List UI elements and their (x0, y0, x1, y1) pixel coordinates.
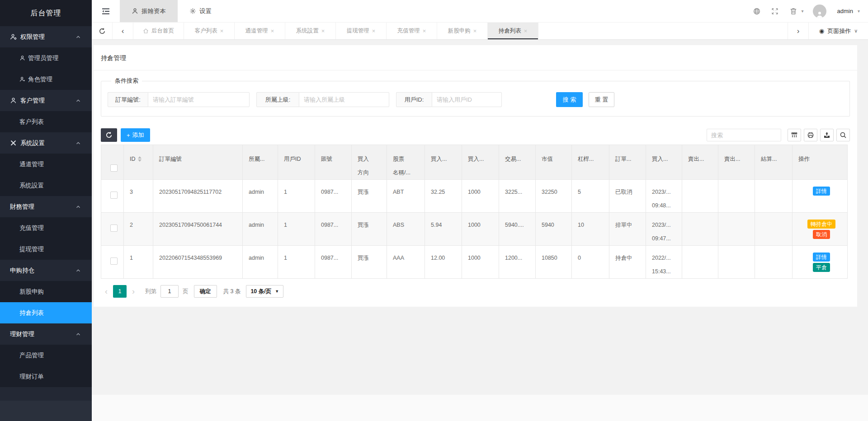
column-header-6: 股票 名稱/... (387, 145, 425, 180)
sidebar-item-label: 理财订单 (19, 373, 44, 381)
topnav-item-0[interactable]: 振翰资本 (120, 0, 178, 22)
sidebar-item-1-0[interactable]: 客户列表 (0, 111, 92, 132)
cell-13: 2023/... 09:48... (646, 180, 682, 213)
cell-11: 10 (572, 213, 609, 246)
sidebar-item-4-0[interactable]: 新股申购 (0, 281, 92, 302)
action-轉持倉中[interactable]: 轉持倉中 (807, 220, 835, 229)
tab-3[interactable]: 系统設置× (285, 23, 336, 39)
export-button[interactable] (820, 129, 834, 141)
refresh-tab-button[interactable] (92, 23, 113, 39)
row-checkbox[interactable] (110, 192, 118, 199)
close-tab-icon[interactable]: × (423, 28, 426, 34)
sidebar-group-3[interactable]: 財務管理 (0, 196, 92, 217)
current-page-button[interactable]: 1 (113, 285, 127, 298)
avatar[interactable] (813, 5, 826, 18)
tab-1[interactable]: 客户列表× (184, 23, 235, 39)
tab-0[interactable]: 后台首页 (133, 23, 184, 39)
columns-toggle-button[interactable] (788, 129, 801, 141)
cell-11: 5 (572, 180, 609, 213)
sidebar-item-5-0[interactable]: 产品管理 (0, 345, 92, 366)
select-all-checkbox[interactable] (110, 164, 118, 172)
column-header-8: 買入... (462, 145, 499, 180)
close-tab-icon[interactable]: × (220, 28, 224, 34)
confirm-page-button[interactable]: 确定 (194, 285, 217, 298)
scroll-tabs-left-button[interactable]: ‹ (113, 23, 133, 39)
sidebar-group-2[interactable]: 系统設置 (0, 132, 92, 154)
cell-12: 排單中 (609, 213, 646, 246)
tab-6[interactable]: 新股申购× (437, 23, 488, 39)
search-panel: 条件搜索 訂單編號:所屬上級:用戶ID: 搜 索 重 置 (101, 77, 850, 117)
sidebar-collapse-button[interactable] (92, 0, 120, 22)
search-button[interactable]: 搜 索 (556, 92, 583, 107)
goto-page-input[interactable] (160, 285, 179, 298)
tab-5[interactable]: 充值管理× (387, 23, 437, 39)
reset-button[interactable]: 重 置 (589, 92, 614, 107)
close-tab-icon[interactable]: × (372, 28, 376, 34)
cell-4: 0987... (315, 180, 352, 213)
sort-icon[interactable] (138, 156, 142, 162)
sidebar-group-4[interactable]: 申购持仓 (0, 260, 92, 281)
fullscreen-icon[interactable] (771, 8, 778, 15)
sidebar-item-3-1[interactable]: 提现管理 (0, 239, 92, 260)
sidebar-item-2-0[interactable]: 通道管理 (0, 154, 92, 175)
close-tab-icon[interactable]: × (271, 28, 274, 34)
search-field-input-1[interactable] (299, 92, 389, 107)
sidebar-submenu-3: 充值管理提现管理 (0, 217, 92, 260)
refresh-icon (99, 28, 106, 35)
search-field-2: 用戶ID: (396, 92, 502, 107)
sidebar-group-5[interactable]: 理财管理 (0, 323, 92, 345)
caret-down-icon: ▼ (275, 289, 279, 294)
sidebar-item-5-1[interactable]: 理财订单 (0, 366, 92, 387)
scroll-tabs-right-button[interactable]: › (788, 23, 808, 39)
sidebar-item-4-1[interactable]: 持倉列表 (0, 302, 92, 323)
close-tab-icon[interactable]: × (473, 28, 477, 34)
cell-13: 2022/... 15:43... (646, 246, 682, 279)
page-operations-dropdown[interactable]: ◉ 页面操作 ∨ (808, 23, 868, 39)
topnav-item-label: 设置 (199, 7, 212, 15)
refresh-table-button[interactable] (101, 128, 117, 142)
column-header-label: ID (130, 152, 136, 166)
username[interactable]: admin (837, 8, 853, 14)
cell-3: 1 (278, 246, 315, 279)
next-page-button[interactable]: › (128, 285, 139, 298)
prev-page-button[interactable]: ‹ (101, 285, 112, 298)
tab-7[interactable]: 持倉列表× (488, 23, 538, 39)
action-詳情[interactable]: 詳情 (813, 187, 830, 196)
sidebar-group-1[interactable]: 客户管理 (0, 90, 92, 111)
sidebar-group-0[interactable]: 权限管理 (0, 26, 92, 47)
tab-4[interactable]: 提现管理× (336, 23, 387, 39)
plus-icon: + (127, 132, 130, 139)
table-search-input[interactable] (707, 129, 781, 141)
preview-search-button[interactable] (836, 129, 850, 141)
print-button[interactable] (804, 129, 817, 141)
action-平倉[interactable]: 平倉 (813, 263, 830, 272)
action-取消[interactable]: 取消 (813, 230, 830, 239)
sortable-header: ID (130, 152, 150, 166)
user-menu-caret-icon[interactable]: ▾ (858, 9, 860, 14)
search-field-label: 訂單編號: (108, 92, 148, 107)
sidebar-item-3-0[interactable]: 充值管理 (0, 217, 92, 239)
sidebar-item-0-0[interactable]: 管理员管理 (0, 47, 92, 69)
cell-8: 1000 (462, 246, 499, 279)
cell-14 (682, 213, 718, 246)
search-field-input-0[interactable] (148, 92, 250, 107)
action-詳情[interactable]: 詳情 (813, 253, 830, 262)
topnav-item-1[interactable]: 设置 (178, 0, 223, 22)
sidebar-item-2-1[interactable]: 系统設置 (0, 175, 92, 196)
row-checkbox[interactable] (110, 257, 118, 265)
language-icon[interactable] (753, 8, 760, 15)
refresh-icon (105, 131, 113, 139)
search-field-1: 所屬上級: (256, 92, 389, 107)
close-tab-icon[interactable]: × (524, 28, 528, 34)
cell-4: 0987... (315, 246, 352, 279)
close-tab-icon[interactable]: × (321, 28, 325, 34)
tab-2[interactable]: 通道管理× (235, 23, 285, 39)
sidebar-item-0-1[interactable]: 角色管理 (0, 69, 92, 90)
clear-cache-button[interactable]: ▾ (789, 7, 797, 15)
cell-9: 5940.... (499, 213, 536, 246)
search-field-input-2[interactable] (432, 92, 502, 107)
page-size-select[interactable]: 10 条/页 ▼ (246, 285, 283, 298)
sidebar-item-label: 客户列表 (19, 118, 44, 126)
add-button[interactable]: + 添加 (121, 128, 150, 142)
row-checkbox[interactable] (110, 225, 118, 232)
